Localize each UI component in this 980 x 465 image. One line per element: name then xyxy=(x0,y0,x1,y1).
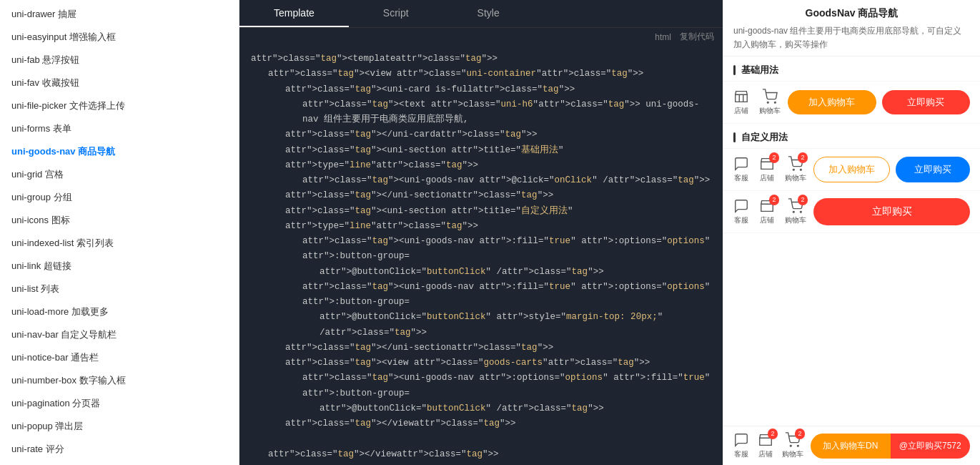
bottom-cart-icon: 2 购物车 xyxy=(782,432,803,459)
store-badge: 2 xyxy=(769,152,779,163)
code-line: attr">@buttonClick="buttonClick" /attr">… xyxy=(251,401,711,416)
sidebar-item[interactable]: uni-file-picker 文件选择上传 xyxy=(0,94,239,117)
code-panel: TemplateScriptStyle html 复制代码 attr">clas… xyxy=(239,0,723,465)
code-body[interactable]: attr">class="tag"><templateattr">class="… xyxy=(239,46,723,465)
sidebar-item[interactable]: uni-grid 宫格 xyxy=(0,163,239,186)
bottom-add-cart-button[interactable]: 加入购物车DN xyxy=(811,434,891,459)
svg-point-7 xyxy=(797,445,798,446)
service-icon-item-1: 客服 xyxy=(733,156,749,183)
code-line: attr">class="tag"><templateattr">class="… xyxy=(251,52,711,67)
code-line: attr">class="tag"></viewattr">class="tag… xyxy=(251,447,711,462)
bottom-service-svg xyxy=(733,432,749,448)
code-line: attr">class="tag"><uni-goods-nav attr">@… xyxy=(251,173,711,188)
basic-demo-row: 店铺 购物车 加入购物车 立即购买 xyxy=(723,82,980,124)
sidebar-item[interactable]: uni-list 列表 xyxy=(0,278,239,300)
sidebar-item[interactable]: uni-rate 评分 xyxy=(0,438,239,461)
svg-point-2 xyxy=(793,170,794,171)
code-line: attr">class="tag"><view attr">class="goo… xyxy=(251,356,711,371)
svg-point-5 xyxy=(800,212,801,213)
preview-panel: GoodsNav 商品导航 uni-goods-nav 组件主要用于电商类应用底… xyxy=(723,0,980,465)
html-label: html xyxy=(655,32,671,42)
copy-code-button[interactable]: 复制代码 xyxy=(680,31,714,43)
sidebar-item[interactable]: uni-link 超链接 xyxy=(0,255,239,278)
basic-icon-group: 店铺 购物车 xyxy=(733,89,781,116)
preview-header: GoodsNav 商品导航 uni-goods-nav 组件主要用于电商类应用底… xyxy=(723,0,980,57)
preview-desc: uni-goods-nav 组件主要用于电商类应用底部导航，可自定义加入购物车，… xyxy=(733,24,970,52)
preview-title: GoodsNav 商品导航 xyxy=(733,7,970,20)
buy-now-blue-button[interactable]: 立即购买 xyxy=(896,157,971,182)
sidebar-item[interactable]: uni-easyinput 增强输入框 xyxy=(0,26,239,49)
buy-now-button[interactable]: 立即购买 xyxy=(882,90,971,114)
code-tab-style[interactable]: Style xyxy=(443,0,534,27)
sidebar-item[interactable]: uni-load-more 加载更多 xyxy=(0,300,239,323)
bottom-btn-group: 加入购物车DN @立即购买7572 xyxy=(811,434,970,459)
bottom-service-icon: 客服 xyxy=(733,432,749,459)
code-tab-script[interactable]: Script xyxy=(349,0,443,27)
code-line: attr">class="tag"><uni-card is-fullattr"… xyxy=(251,82,711,97)
cart-badge-wrap: 2 xyxy=(788,156,803,172)
code-line: attr">@buttonClick="buttonClick" attr">s… xyxy=(251,310,711,341)
service-icon-item-2: 客服 xyxy=(733,198,749,225)
cart-icon-item: 购物车 xyxy=(759,89,781,116)
sidebar-item[interactable]: uni-fav 收藏按钮 xyxy=(0,72,239,94)
svg-point-3 xyxy=(800,170,801,171)
svg-point-4 xyxy=(793,212,794,213)
code-line: attr">class="tag"><view attr">class="uni… xyxy=(251,67,711,82)
cart-badge: 2 xyxy=(798,152,808,163)
code-line: attr">class="tag"><text attr">class="uni… xyxy=(251,97,711,128)
custom-btn-group-1: 加入购物车 立即购买 xyxy=(813,157,970,182)
custom-btn-group-2: 立即购买 xyxy=(813,198,970,225)
sidebar-item[interactable]: uni-icons 图标 xyxy=(0,209,239,232)
code-line: attr">class="tag"><uni-goods-nav attr">:… xyxy=(251,234,711,265)
section-custom-title: 自定义用法 xyxy=(723,124,980,149)
custom-demo-row-1: 客服 2 店铺 2 购物车 加入购物车 立即购买 xyxy=(723,149,980,191)
code-line: attr">class="tag"><uni-goods-nav attr">:… xyxy=(251,371,711,401)
cart-icon xyxy=(762,89,778,104)
basic-btn-group: 加入购物车 立即购买 xyxy=(788,90,970,114)
store-badge-2: 2 xyxy=(769,195,779,205)
code-toolbar: html 复制代码 xyxy=(239,28,723,46)
custom-demo-row-2: 客服 2 店铺 2 购物车 立即购买 xyxy=(723,191,980,233)
code-line: attr">class="tag"><uni-section attr">tit… xyxy=(251,143,711,174)
add-cart-button[interactable]: 加入购物车 xyxy=(788,90,876,114)
store-icon xyxy=(733,89,749,104)
sidebar-item[interactable]: uni-fab 悬浮按钮 xyxy=(0,49,239,72)
cart-badge-wrap-2: 2 xyxy=(788,198,803,214)
buy-only-button[interactable]: 立即购买 xyxy=(813,198,970,225)
sidebar-item[interactable]: uni-popup 弹出层 xyxy=(0,415,239,438)
cart-icon-item-1: 2 购物车 xyxy=(785,156,806,183)
sidebar-item[interactable]: uni-nav-bar 自定义导航栏 xyxy=(0,323,239,346)
sidebar-item[interactable]: uni-notice-bar 通告栏 xyxy=(0,346,239,369)
code-line: attr">class="tag"></uni-cardattr">class=… xyxy=(251,127,711,142)
cart-icon-item-2: 2 购物车 xyxy=(785,198,806,225)
cart-badge-2: 2 xyxy=(798,195,808,205)
custom-icon-group-1: 客服 2 店铺 2 购物车 xyxy=(733,156,806,183)
code-tabs: TemplateScriptStyle xyxy=(239,0,723,28)
sidebar-item[interactable]: uni-number-box 数字输入框 xyxy=(0,369,239,392)
sidebar-item[interactable]: uni-group 分组 xyxy=(0,186,239,209)
svg-point-6 xyxy=(790,445,791,446)
code-line: attr">class="tag"><uni-goods-nav attr">:… xyxy=(251,280,711,310)
code-tab-template[interactable]: Template xyxy=(239,0,349,27)
add-cart-outline-button[interactable]: 加入购物车 xyxy=(813,157,890,182)
store-badge-wrap-2: 2 xyxy=(759,198,775,214)
store-badge-wrap: 2 xyxy=(759,156,775,172)
sidebar-item[interactable]: uni-indexed-list 索引列表 xyxy=(0,232,239,255)
custom-icon-group-2: 客服 2 店铺 2 购物车 xyxy=(733,198,806,225)
sidebar-item[interactable]: uni-pagination 分页器 xyxy=(0,392,239,415)
code-line: attr">class="tag"></viewattr">class="tag… xyxy=(251,416,711,431)
store-icon-item-2: 2 店铺 xyxy=(759,198,775,225)
section-basic-title: 基础用法 xyxy=(723,57,980,82)
bottom-store-icon: 2 店铺 xyxy=(758,432,773,459)
sidebar-item[interactable]: uni-forms 表单 xyxy=(0,117,239,140)
sidebar-item[interactable]: uni-goods-nav 商品导航 xyxy=(0,140,239,163)
code-line xyxy=(251,431,711,446)
sidebar: uni-drawer 抽屉uni-easyinput 增强输入框uni-fab … xyxy=(0,0,239,465)
store-icon-item: 店铺 xyxy=(733,89,749,116)
store-icon-item-1: 2 店铺 xyxy=(759,156,775,183)
bottom-bar-icons: 客服 2 店铺 2 购物车 xyxy=(733,432,803,459)
code-line: attr">class="tag"><uni-section attr">tit… xyxy=(251,204,711,235)
bottom-buy-button[interactable]: @立即购买7572 xyxy=(891,434,971,459)
sidebar-item[interactable]: uni-drawer 抽屉 xyxy=(0,3,239,26)
service-icon-2 xyxy=(733,198,749,214)
